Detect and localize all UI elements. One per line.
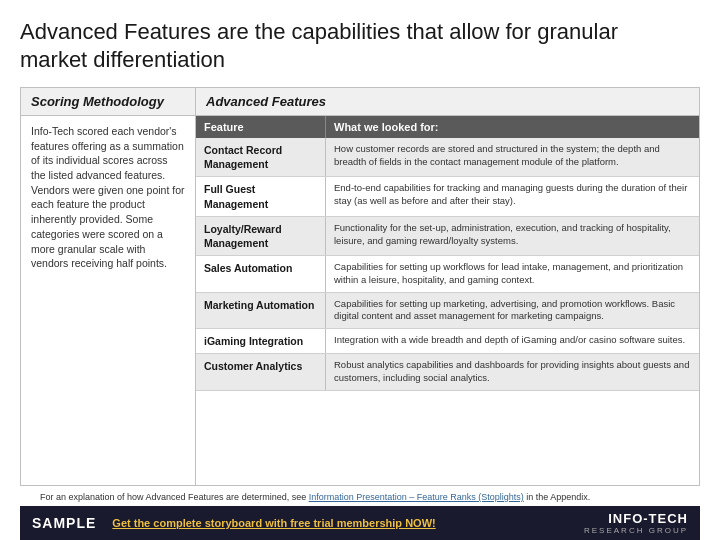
features-panel: Advanced Features Feature What we looked… (196, 88, 699, 485)
feature-cell: Loyalty/Reward Management (196, 217, 326, 255)
col-feature-header: Feature (196, 116, 326, 138)
table-header-row: Feature What we looked for: (196, 116, 699, 138)
description-cell: Capabilities for setting up marketing, a… (326, 293, 699, 329)
footer-area: For an explanation of how Advanced Featu… (20, 486, 700, 540)
features-table: Feature What we looked for: Contact Reco… (196, 116, 699, 485)
description-cell: Capabilities for setting up workflows fo… (326, 256, 699, 292)
logo-bottom: RESEARCH GROUP (584, 526, 688, 535)
col-description-header: What we looked for: (326, 116, 699, 138)
table-row: Contact Record ManagementHow customer re… (196, 138, 699, 177)
table-row: Full Guest ManagementEnd-to-end capabili… (196, 177, 699, 216)
feature-rows: Contact Record ManagementHow customer re… (196, 138, 699, 391)
cta-link[interactable]: Get the complete storyboard with free tr… (112, 517, 435, 529)
logo-area: INFO-TECH RESEARCH GROUP (584, 511, 688, 535)
table-row: Marketing AutomationCapabilities for set… (196, 293, 699, 330)
description-cell: End-to-end capabilities for tracking and… (326, 177, 699, 215)
table-row: Customer AnalyticsRobust analytics capab… (196, 354, 699, 391)
description-cell: Robust analytics capabilities and dashbo… (326, 354, 699, 390)
scoring-header: Scoring Methodology (21, 88, 195, 116)
page-container: Advanced Features are the capabilities t… (0, 0, 720, 540)
content-area: Scoring Methodology Info-Tech scored eac… (20, 87, 700, 486)
scoring-panel: Scoring Methodology Info-Tech scored eac… (21, 88, 196, 485)
description-cell: Integration with a wide breadth and dept… (326, 329, 699, 353)
page-title: Advanced Features are the capabilities t… (20, 18, 700, 73)
description-cell: How customer records are stored and stru… (326, 138, 699, 176)
description-cell: Functionality for the set-up, administra… (326, 217, 699, 255)
table-row: Sales AutomationCapabilities for setting… (196, 256, 699, 293)
sample-label: SAMPLE (32, 515, 96, 531)
feature-cell: Full Guest Management (196, 177, 326, 215)
scoring-body: Info-Tech scored each vendor's features … (21, 116, 195, 485)
feature-cell: Marketing Automation (196, 293, 326, 329)
feature-cell: Contact Record Management (196, 138, 326, 176)
footer-note: For an explanation of how Advanced Featu… (40, 492, 680, 502)
bottom-bar: SAMPLE Get the complete storyboard with … (20, 506, 700, 540)
features-header: Advanced Features (196, 88, 699, 116)
footer-link[interactable]: Information Presentation – Feature Ranks… (309, 492, 524, 502)
feature-cell: iGaming Integration (196, 329, 326, 353)
table-row: Loyalty/Reward ManagementFunctionality f… (196, 217, 699, 256)
feature-cell: Sales Automation (196, 256, 326, 292)
feature-cell: Customer Analytics (196, 354, 326, 390)
logo-top: INFO-TECH (608, 511, 688, 526)
table-row: iGaming IntegrationIntegration with a wi… (196, 329, 699, 354)
